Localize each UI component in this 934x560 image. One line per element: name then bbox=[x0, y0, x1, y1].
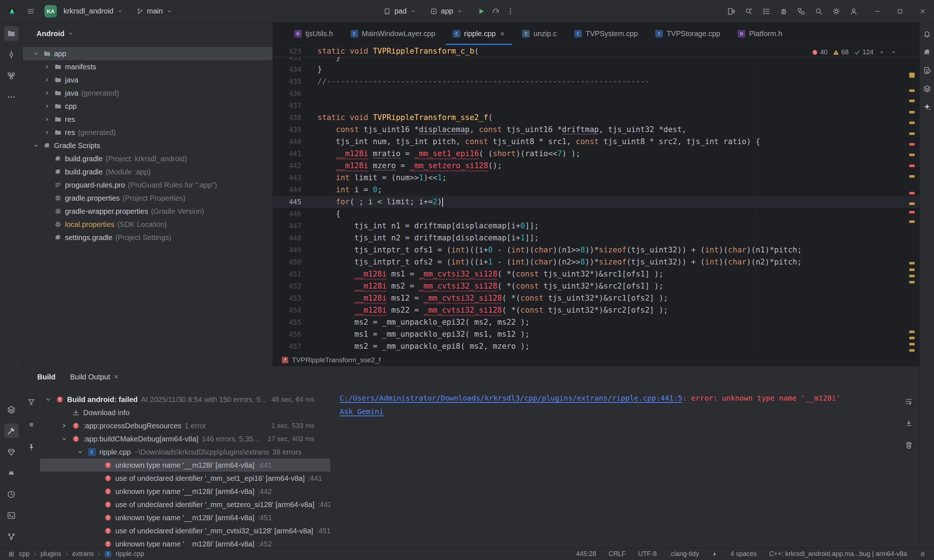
logcat-tool-button[interactable] bbox=[4, 466, 18, 480]
device-selector[interactable]: pad bbox=[381, 4, 419, 18]
code-line-445[interactable]: 445 for( ; i < limit; i+=2) bbox=[273, 196, 919, 208]
code-line-437[interactable]: 437 bbox=[273, 100, 919, 112]
project-tool-button[interactable] bbox=[4, 26, 18, 41]
ai-search-button[interactable] bbox=[742, 4, 756, 18]
code-line-443[interactable]: 443 int limit = (num>>1)<<1; bbox=[273, 172, 919, 184]
stripe-mark[interactable] bbox=[909, 281, 915, 283]
code-line-455[interactable]: 455 ms2 = _mm_unpacklo_epi32( ms2, ms22 … bbox=[273, 316, 919, 328]
passed-count[interactable]: 124 bbox=[854, 49, 874, 56]
clear-all-button[interactable] bbox=[903, 439, 915, 451]
chevron-right-icon[interactable] bbox=[60, 422, 69, 430]
indent-style[interactable]: 4 spaces bbox=[731, 550, 757, 558]
breadcrumb-function[interactable]: TVPRippleTransform_sse2_f bbox=[292, 356, 380, 364]
chevron-down-icon[interactable] bbox=[44, 395, 52, 404]
soft-wrap-button[interactable] bbox=[903, 395, 915, 408]
build-tree-row[interactable]: use of undeclared identifier '_mm_set1_e… bbox=[40, 472, 331, 485]
filter-button[interactable] bbox=[25, 396, 38, 408]
project-tree-item-cpp[interactable]: cpp bbox=[23, 100, 272, 113]
breadcrumb-extrans[interactable]: extrans bbox=[72, 550, 94, 558]
stripe-mark[interactable] bbox=[909, 175, 915, 178]
clang-tidy-status[interactable]: .clang-tidy bbox=[669, 550, 699, 558]
chevron-down-icon[interactable] bbox=[60, 434, 69, 443]
chevron-right-icon[interactable] bbox=[43, 102, 51, 110]
code-line-447[interactable]: 447 tjs_int n1 = driftmap[displacemap[i+… bbox=[273, 220, 919, 232]
file-encoding[interactable]: UTF-8 bbox=[638, 550, 657, 558]
todo-button[interactable] bbox=[759, 4, 774, 18]
maximize-button[interactable] bbox=[889, 0, 911, 23]
project-tree-item-proguard-rules-pro[interactable]: proguard-rules.pro(ProGuard Rules for ":… bbox=[23, 178, 272, 192]
structure-tool-button[interactable] bbox=[4, 69, 18, 83]
stripe-mark[interactable] bbox=[909, 337, 915, 339]
profiler-button[interactable] bbox=[489, 4, 503, 18]
chevron-down-icon[interactable] bbox=[32, 49, 40, 58]
chevron-right-icon[interactable] bbox=[43, 76, 51, 84]
pin-button[interactable] bbox=[25, 441, 38, 454]
terminal-tool-button[interactable] bbox=[4, 508, 18, 523]
project-tree-item-build-gradle[interactable]: build.gradle(Project: krkrsdl_android) bbox=[23, 152, 272, 165]
search-everywhere-button[interactable] bbox=[811, 4, 826, 18]
project-tree-item-java[interactable]: java(generated) bbox=[23, 86, 272, 100]
stripe-mark[interactable] bbox=[909, 220, 915, 223]
project-tree-item-java[interactable]: java bbox=[23, 73, 272, 86]
project-tree-item-local-properties[interactable]: local.properties(SDK Location) bbox=[23, 218, 272, 231]
inspections-widget[interactable]: 40 68 124 bbox=[811, 47, 897, 57]
more-actions-button[interactable] bbox=[503, 4, 518, 18]
lock-icon[interactable] bbox=[919, 551, 926, 557]
stripe-mark[interactable] bbox=[909, 203, 915, 205]
code-line-453[interactable]: 453 __m128i ms12 = _mm_cvtsi32_si128( *(… bbox=[273, 292, 919, 304]
running-devices-tool-button[interactable] bbox=[921, 82, 933, 95]
stripe-mark[interactable] bbox=[909, 100, 915, 102]
build-tree-row[interactable]: unknown type name '__m128i' [arm64-v8a]:… bbox=[40, 458, 331, 472]
stripe-mark[interactable] bbox=[909, 122, 915, 124]
code-line-442[interactable]: 442 __m128i mzero = _mm_setzero_si128(); bbox=[273, 160, 919, 172]
next-problem-icon[interactable] bbox=[890, 49, 897, 55]
caret-position[interactable]: 445:28 bbox=[576, 550, 596, 558]
project-tree-item-manifests[interactable]: manifests bbox=[23, 60, 272, 73]
profile-button[interactable] bbox=[846, 4, 861, 18]
code-line-438[interactable]: 438static void TVPRippleTransform_sse2_f… bbox=[273, 112, 919, 124]
editor-tab-tjsutils-h[interactable]: HtjsUtils.h bbox=[285, 23, 342, 45]
chevron-right-icon[interactable] bbox=[43, 128, 51, 137]
code-line-436[interactable]: 436 bbox=[273, 88, 919, 100]
error-stripe[interactable] bbox=[904, 45, 919, 354]
stripe-mark[interactable] bbox=[909, 331, 915, 333]
minimize-button[interactable] bbox=[866, 0, 889, 23]
editor-breadcrumbs[interactable]: TVPRippleTransform_sse2_f bbox=[273, 354, 919, 366]
code-line-439[interactable]: 439 const tjs_uint16 *displacemap, const… bbox=[273, 124, 919, 136]
chevron-down-icon[interactable] bbox=[68, 30, 74, 37]
stripe-mark[interactable] bbox=[909, 349, 915, 352]
bolt-icon[interactable] bbox=[711, 551, 718, 557]
warning-count[interactable]: 68 bbox=[832, 49, 849, 56]
build-tree-row[interactable]: unknown type name '__m128i' [arm64-v8a]:… bbox=[40, 537, 331, 548]
build-tree-row[interactable]: :app:buildCMakeDebug[arm64-v8a]146 error… bbox=[40, 432, 331, 445]
stripe-mark[interactable] bbox=[909, 211, 915, 214]
stripe-mark[interactable] bbox=[909, 192, 915, 194]
code-line-457[interactable]: 457 ms2 = _mm_unpacklo_epi8( ms2, mzero … bbox=[273, 340, 919, 352]
project-tree-item-res[interactable]: res(generated) bbox=[23, 126, 272, 139]
ask-gemini-link[interactable]: Ask Gemini bbox=[340, 407, 383, 416]
project-selector[interactable]: krkrsdl_android bbox=[61, 4, 126, 18]
build-tree-row[interactable]: :app:processDebugResources1 error1 sec, … bbox=[40, 419, 331, 432]
project-tree-item-res[interactable]: res bbox=[23, 113, 272, 126]
code-line-435[interactable]: 435//-----------------------------------… bbox=[273, 75, 919, 88]
stripe-mark[interactable] bbox=[909, 269, 915, 271]
main-menu-icon[interactable] bbox=[26, 7, 35, 16]
stripe-mark[interactable] bbox=[909, 154, 915, 156]
gradle-tool-button[interactable] bbox=[921, 46, 933, 58]
avatar[interactable]: KA bbox=[45, 5, 57, 17]
code-line-456[interactable]: 456 ms1 = _mm_unpacklo_epi32( ms1, ms12 … bbox=[273, 328, 919, 340]
build-tree-row[interactable]: use of undeclared identifier '_mm_cvtsi3… bbox=[40, 524, 331, 537]
resolve-context[interactable]: C++: krkrsdl_android.app.ma...bug | arm6… bbox=[769, 550, 907, 558]
run-button[interactable] bbox=[474, 4, 489, 18]
editor-tab-platform-h[interactable]: HPlatform.h bbox=[729, 23, 791, 45]
code-line-451[interactable]: 451 __m128i ms1 = _mm_cvtsi32_si128( *(c… bbox=[273, 268, 919, 280]
code-line-449[interactable]: 449 tjs_intptr_t ofs1 = (int)((i+0 - (in… bbox=[273, 244, 919, 256]
close-button[interactable] bbox=[911, 0, 934, 23]
project-tree-item-settings-gradle[interactable]: settings.gradle(Project Settings) bbox=[23, 231, 272, 244]
chevron-down-icon[interactable] bbox=[76, 448, 85, 456]
editor-tab-ripple-cpp[interactable]: Cripple.cpp× bbox=[444, 23, 514, 45]
editor-tab-unzip-c[interactable]: Cunzip.c bbox=[513, 23, 565, 45]
project-tree-item-gradle-wrapper-properties[interactable]: gradle-wrapper.properties(Gradle Version… bbox=[23, 205, 272, 218]
stripe-mark[interactable] bbox=[909, 143, 915, 146]
editor-tab-tvpstorage-cpp[interactable]: CTVPStorage.cpp bbox=[646, 23, 729, 45]
